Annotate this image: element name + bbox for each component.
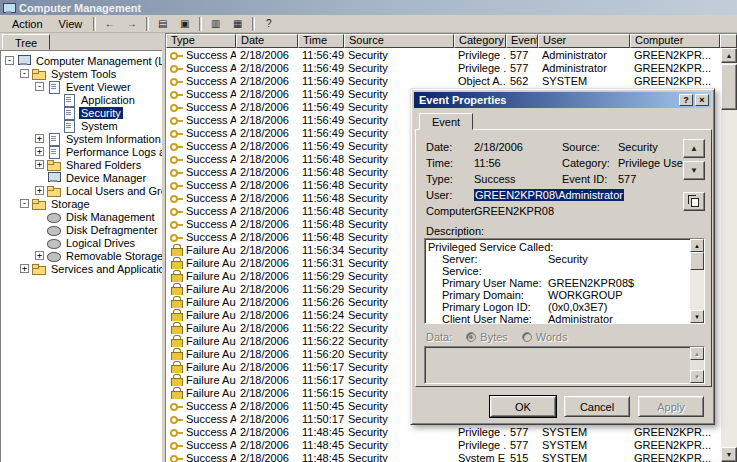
event-cell: 2/18/2006 [236,113,298,126]
tree-item-removable-storage[interactable]: +Removable Storage [1,249,162,262]
column-header-category[interactable]: Category [454,34,506,48]
event-cell: 577 [506,48,538,61]
menu-item-view[interactable]: View [51,17,91,31]
key-icon [170,205,183,216]
desc-scrollbar-thumb[interactable] [690,252,704,270]
key-icon [170,140,183,151]
event-row[interactable]: Success Audit2/18/200611:56:49SecurityOb… [166,74,722,87]
expand-icon[interactable]: + [35,186,44,195]
disk-icon [47,250,61,261]
description-box[interactable]: Privileged Service Called:Server:Securit… [424,238,705,324]
desc-scroll-down-icon[interactable]: ▼ [690,310,704,323]
previous-event-button[interactable]: ▲ [683,139,705,158]
tree-item-shared-folders[interactable]: +Shared Folders [1,158,162,171]
dialog-title-bar[interactable]: Event Properties ? × [414,92,711,108]
export-list-icon[interactable]: ▦ [227,16,248,32]
context-help-icon[interactable]: ? [679,94,693,106]
tree-item-disk-defragmenter[interactable]: Disk Defragmenter [1,223,162,236]
collapse-icon[interactable]: - [5,56,14,65]
tree-item-event-viewer[interactable]: -Event Viewer [1,80,162,93]
expand-icon[interactable]: + [20,264,29,273]
tree-item-security[interactable]: Security [1,106,162,119]
event-row[interactable]: Success Audit2/18/200611:56:49SecurityPr… [166,61,722,74]
event-cell: 2/18/2006 [236,100,298,113]
tree-item-label: Removable Storage [64,250,162,262]
date-label: Date: [426,141,474,153]
column-header-computer[interactable]: Computer [630,34,720,48]
event-type-cell: Success Audit [166,230,236,243]
event-cell: 11:56:49 [298,61,344,74]
cancel-button[interactable]: Cancel [564,396,630,417]
forward-icon[interactable]: → [121,16,142,32]
column-header-date[interactable]: Date [236,34,298,48]
tree-item-label: Security [79,107,123,119]
collapse-icon[interactable]: - [20,69,29,78]
event-cell: Security [344,425,454,438]
next-event-button[interactable]: ▼ [683,161,705,180]
user-value-selected[interactable]: GREEN2KPR08\Administrator [474,189,624,201]
desc-scroll-up-icon[interactable]: ▲ [690,239,704,252]
expand-icon[interactable]: + [35,134,44,143]
tree-item-application[interactable]: Application [1,93,162,106]
tree-item-device-manager[interactable]: Device Manager [1,171,162,184]
event-type-cell: Success Audit [166,113,236,126]
tree-tab[interactable]: Tree [2,34,50,50]
window-title: Computer Management [19,2,141,14]
tree-item-computer-management-local[interactable]: -Computer Management (Local) [1,54,162,67]
title-bar[interactable]: Computer Management [0,0,737,15]
back-icon[interactable]: ← [99,16,120,32]
expand-icon[interactable]: + [35,251,44,260]
expand-icon[interactable]: + [35,147,44,156]
tree-item-system-information[interactable]: +System Information [1,132,162,145]
collapse-icon[interactable]: - [20,199,29,208]
help-icon[interactable]: ? [258,16,279,32]
scrollbar-thumb[interactable] [721,64,737,110]
event-row[interactable]: Success Audit2/18/200611:56:49SecurityPr… [166,48,722,61]
close-icon[interactable]: × [695,94,709,106]
description-line: Service: [428,265,689,277]
tree-item-logical-drives[interactable]: Logical Drives [1,236,162,249]
column-header-source[interactable]: Source [344,34,454,48]
tree-spacer [35,212,44,221]
refresh-icon[interactable]: ▥ [205,16,226,32]
event-row[interactable]: Success Audit2/18/200611:48:45SecurityPr… [166,438,722,451]
tree-item-system[interactable]: System [1,119,162,132]
copy-event-button[interactable] [683,192,705,211]
event-row[interactable]: Success Audit2/18/200611:48:45SecuritySy… [166,451,722,462]
column-header-type[interactable]: Type [166,34,236,48]
expand-icon[interactable]: + [35,160,44,169]
data-label: Data: [426,331,452,343]
disk-icon [47,211,61,222]
ok-button[interactable]: OK [490,396,556,417]
folder-icon [47,185,61,196]
tree-item-local-users-and-groups[interactable]: +Local Users and Groups [1,184,162,197]
event-type-cell: Success Audit [166,438,236,451]
show-hide-tree-icon[interactable]: ▤ [152,16,173,32]
tree-item-label: System Tools [49,68,118,80]
tree-item-storage[interactable]: -Storage [1,197,162,210]
tree-item-disk-management[interactable]: Disk Management [1,210,162,223]
tree-item-system-tools[interactable]: -System Tools [1,67,162,80]
scroll-down-icon[interactable]: ▼ [721,447,737,462]
doc-icon [62,120,76,131]
menu-item-action[interactable]: Action [4,17,51,31]
tree-item-services-and-applications[interactable]: +Services and Applications [1,262,162,275]
event-row[interactable]: Success Audit2/18/200611:48:45SecurityPr… [166,425,722,438]
user-label: User: [426,189,474,201]
column-header-user[interactable]: User [538,34,630,48]
up-arrow-icon: ▲ [690,144,698,153]
collapse-icon[interactable]: - [35,82,44,91]
description-scrollbar[interactable]: ▲ ▼ [690,239,704,323]
key-icon [170,413,183,424]
event-cell: 11:56:31 [298,256,344,269]
properties-icon[interactable]: ▣ [174,16,195,32]
event-cell: 11:50:45 [298,399,344,412]
tree-item-performance-logs-and-alerts[interactable]: +Performance Logs and Alerts [1,145,162,158]
event-cell: 2/18/2006 [236,360,298,373]
event-cell: 2/18/2006 [236,126,298,139]
column-header-event[interactable]: Event [506,34,538,48]
list-vertical-scrollbar[interactable]: ▲ ▼ [721,48,737,462]
column-header-time[interactable]: Time [298,34,344,48]
scroll-up-icon[interactable]: ▲ [721,48,737,63]
tab-event[interactable]: Event [419,113,473,130]
